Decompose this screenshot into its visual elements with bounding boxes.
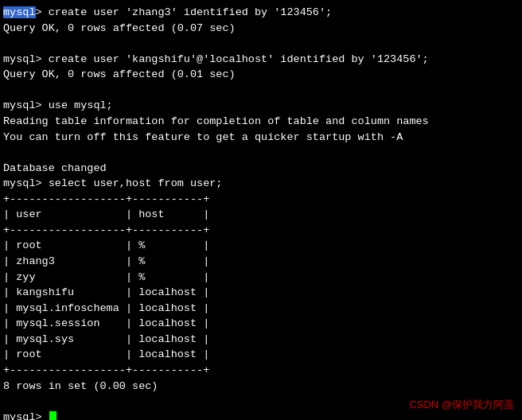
terminal-line: +------------------+-----------+ (3, 363, 519, 379)
terminal-line: mysql> select user,host from user; (3, 176, 519, 192)
terminal-line: | zyy | % | (3, 270, 519, 286)
terminal-line: mysql> create user 'zhang3' identified b… (3, 5, 519, 21)
terminal-line (3, 83, 519, 99)
terminal-line: | root | % | (3, 238, 519, 254)
terminal-line: | zhang3 | % | (3, 254, 519, 270)
terminal-line: | mysql.infoschema | localhost | (3, 301, 519, 317)
terminal-line: Query OK, 0 rows affected (0.01 sec) (3, 67, 519, 83)
line-text: > create user 'zhang3' identified by '12… (36, 6, 333, 18)
terminal-line: mysql> create user 'kangshifu'@'localhos… (3, 52, 519, 68)
prompt-text: mysql> (3, 411, 49, 420)
terminal-line: mysql> use mysql; (3, 98, 519, 114)
mysql-highlight: mysql (3, 6, 36, 18)
terminal-line (3, 36, 519, 52)
terminal-line: | mysql.session | localhost | (3, 316, 519, 332)
terminal-line: Reading table information for completion… (3, 114, 519, 130)
terminal-window: mysql> create user 'zhang3' identified b… (0, 0, 522, 420)
terminal-line: You can turn off this feature to get a q… (3, 130, 519, 146)
terminal-line: Database changed (3, 161, 519, 177)
watermark: CSDN @保护我方阿遥 (409, 398, 514, 412)
terminal-line: +------------------+-----------+ (3, 192, 519, 208)
terminal-line: | root | localhost | (3, 347, 519, 363)
terminal-line (3, 145, 519, 161)
terminal-cursor (49, 411, 56, 420)
terminal-line: +------------------+-----------+ (3, 223, 519, 239)
terminal-line: 8 rows in set (0.00 sec) (3, 379, 519, 395)
terminal-line: | mysql.sys | localhost | (3, 332, 519, 348)
terminal-line: | user | host | (3, 207, 519, 223)
terminal-line: Query OK, 0 rows affected (0.07 sec) (3, 21, 519, 37)
terminal-line: | kangshifu | localhost | (3, 285, 519, 301)
